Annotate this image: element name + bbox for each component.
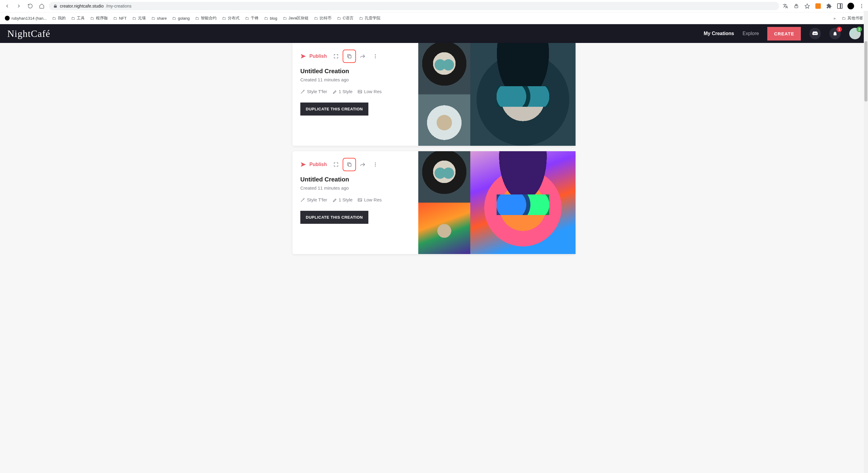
svg-point-5 xyxy=(375,55,376,55)
tag-styles: 1 Style xyxy=(332,197,353,202)
bookmark-folder[interactable]: 🗀孔壹学院 xyxy=(357,14,382,22)
create-button[interactable]: CREATE xyxy=(767,27,801,40)
avatar-badge: 2 xyxy=(857,27,862,32)
creation-card-left: Publish Untitled Creation Created 11 min… xyxy=(292,151,418,254)
fullscreen-button[interactable] xyxy=(332,53,340,60)
folder-icon: 🗀 xyxy=(283,16,287,21)
publish-button[interactable]: Publish xyxy=(300,53,327,59)
back-button[interactable] xyxy=(3,2,11,10)
annotation-highlight xyxy=(343,158,356,171)
creation-thumb-image[interactable] xyxy=(418,202,470,254)
copy-button[interactable] xyxy=(346,53,353,60)
home-button[interactable] xyxy=(37,2,46,10)
browser-toolbar: creator.nightcafe.studio/my-creations xyxy=(0,0,868,12)
app-header: NightCafé My Creations Explore CREATE 1 … xyxy=(0,24,868,43)
wand-icon xyxy=(300,89,305,94)
creation-created: Created 11 minutes ago xyxy=(300,185,410,191)
share-icon[interactable] xyxy=(793,3,800,9)
tag-res: Low Res xyxy=(358,197,382,202)
share-arrow-icon xyxy=(360,162,365,167)
nav-my-creations[interactable]: My Creations xyxy=(704,31,734,36)
side-panel-icon[interactable] xyxy=(837,3,843,9)
bookmark-folder[interactable]: 🗀C语言 xyxy=(335,14,355,22)
bookmark-folder[interactable]: 🗀智能合约 xyxy=(193,14,218,22)
creation-main-image[interactable] xyxy=(470,151,576,254)
bookmark-folder[interactable]: 🗀golang xyxy=(170,15,191,22)
scrollbar-thumb[interactable] xyxy=(864,41,867,102)
folder-icon: 🗀 xyxy=(172,16,176,21)
duplicate-button[interactable]: DUPLICATE THIS CREATION xyxy=(300,211,368,224)
folder-icon: 🗀 xyxy=(314,16,318,21)
share-button[interactable] xyxy=(359,53,366,60)
notification-badge: 1 xyxy=(837,27,842,32)
brush-icon xyxy=(332,89,337,94)
bookmark-folder[interactable]: 🗀blog xyxy=(262,15,279,22)
publish-button[interactable]: Publish xyxy=(300,161,327,167)
image-icon xyxy=(358,89,362,94)
more-button[interactable] xyxy=(372,161,379,168)
bookmark-folder[interactable]: 🗀程序咖 xyxy=(88,14,110,22)
creation-main-image[interactable] xyxy=(470,43,576,146)
browser-chrome: creator.nightcafe.studio/my-creations ru… xyxy=(0,0,868,24)
expand-icon xyxy=(333,162,339,167)
bookmark-folder[interactable]: 🗀share xyxy=(149,15,169,22)
creation-card: Publish Untitled Creation Created 11 min… xyxy=(292,43,576,146)
scrollbar[interactable] xyxy=(864,11,868,272)
forward-button[interactable] xyxy=(14,2,23,10)
user-avatar[interactable]: 2 xyxy=(849,28,861,39)
copy-button[interactable] xyxy=(346,161,353,168)
app-nav: My Creations Explore CREATE 1 2 xyxy=(704,27,861,40)
bookmark-folder[interactable]: 🗀分布式 xyxy=(220,14,241,22)
annotation-highlight xyxy=(343,50,356,63)
extension-metamask-icon[interactable] xyxy=(815,3,822,9)
duplicate-button[interactable]: DUPLICATE THIS CREATION xyxy=(300,102,368,116)
bookmark-folder[interactable]: 🗀元壤 xyxy=(130,14,148,22)
creation-images xyxy=(418,151,576,254)
send-icon xyxy=(300,161,306,167)
address-bar[interactable]: creator.nightcafe.studio/my-creations xyxy=(49,2,779,10)
lock-icon xyxy=(53,4,58,8)
extensions-icon[interactable] xyxy=(826,3,832,9)
tag-styles: 1 Style xyxy=(332,89,353,94)
bookmark-folder[interactable]: 🗀千锋 xyxy=(243,14,260,22)
svg-point-3 xyxy=(861,7,862,8)
bookmark-folder[interactable]: 🗀NFT xyxy=(111,15,128,22)
bookmarks-overflow-icon[interactable]: » xyxy=(831,16,838,21)
svg-point-6 xyxy=(375,56,376,57)
bookmark-github[interactable]: rubyhan1314 (han... xyxy=(3,14,49,22)
bookmark-folder[interactable]: 🗀Java区块链 xyxy=(281,14,310,22)
folder-icon: 🗀 xyxy=(71,16,75,21)
tag-res: Low Res xyxy=(358,89,382,94)
creation-created: Created 11 minutes ago xyxy=(300,77,410,82)
discord-icon xyxy=(812,31,818,37)
more-button[interactable] xyxy=(372,53,379,60)
bookmark-folder[interactable]: 🗀比特币 xyxy=(312,14,333,22)
notifications-button[interactable]: 1 xyxy=(829,28,841,39)
profile-avatar-icon[interactable] xyxy=(847,3,854,9)
svg-point-1 xyxy=(861,4,862,5)
creation-thumb-image[interactable] xyxy=(418,151,470,202)
share-button[interactable] xyxy=(359,161,366,168)
folder-icon: 🗀 xyxy=(132,16,136,21)
bookmark-other[interactable]: 🗀其他书签 xyxy=(840,14,865,22)
creation-thumb-image[interactable] xyxy=(418,94,470,146)
chrome-menu-icon[interactable] xyxy=(858,3,865,9)
creation-tags: Style T'fer 1 Style Low Res xyxy=(300,197,410,202)
svg-point-10 xyxy=(375,163,376,163)
svg-point-2 xyxy=(861,6,862,7)
discord-button[interactable] xyxy=(809,28,821,39)
translate-icon[interactable] xyxy=(782,3,789,9)
reload-button[interactable] xyxy=(26,2,34,10)
logo[interactable]: NightCafé xyxy=(7,28,50,39)
bookmark-folder[interactable]: 🗀我的 xyxy=(50,14,67,22)
creation-tags: Style T'fer 1 Style Low Res xyxy=(300,89,410,94)
creation-action-row: Publish xyxy=(300,160,410,169)
bookmark-folder[interactable]: 🗀工具 xyxy=(69,14,87,22)
creation-thumb-image[interactable] xyxy=(418,43,470,94)
nav-explore[interactable]: Explore xyxy=(743,31,759,36)
fullscreen-button[interactable] xyxy=(332,161,340,168)
toolbar-right-icons xyxy=(782,3,865,9)
folder-icon: 🗀 xyxy=(222,16,226,21)
folder-icon: 🗀 xyxy=(337,16,341,21)
star-icon[interactable] xyxy=(804,3,810,9)
